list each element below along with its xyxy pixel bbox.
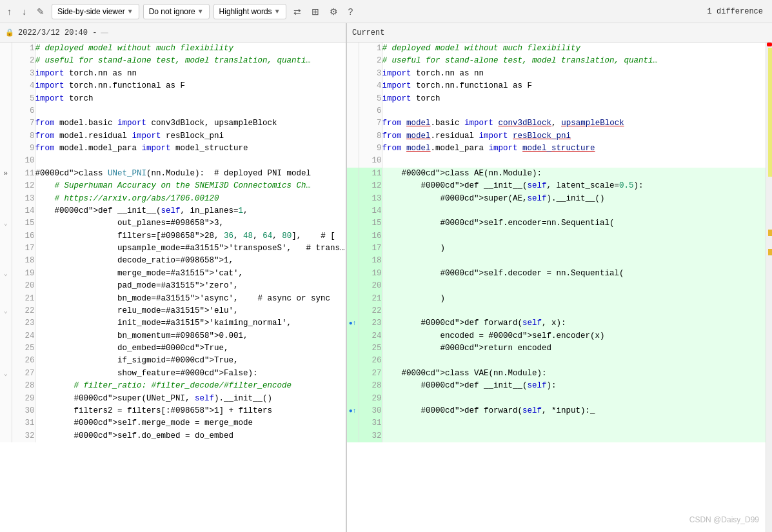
table-row: 13 # https://arxiv.org/abs/1706.00120 xyxy=(0,193,346,205)
table-row: 17 upsample_mode=#a31515">'transposeS', … xyxy=(0,242,346,255)
scrollbar-marker-2 xyxy=(768,249,772,255)
table-row: 15 #0000cd">self.encoder=nn.Sequential( xyxy=(347,217,766,230)
watermark: CSDN @Daisy_D99 xyxy=(689,515,759,524)
table-row: 1# deployed model without much flexibili… xyxy=(347,43,766,55)
line-gutter xyxy=(347,355,359,367)
line-gutter xyxy=(0,430,12,442)
line-gutter xyxy=(347,68,359,80)
line-gutter xyxy=(0,317,12,330)
nav-down-button[interactable]: ↓ xyxy=(19,5,30,18)
line-gutter xyxy=(347,130,359,143)
split-icon-button[interactable]: ⇄ xyxy=(290,5,304,18)
table-row: 5import torch xyxy=(0,93,346,105)
settings-icon-button[interactable]: ⚙ xyxy=(326,5,341,18)
line-code: #0000cd">self.do_embed = do_embed xyxy=(35,430,346,442)
line-gutter xyxy=(347,293,359,305)
right-code-scroll[interactable]: 1# deployed model without much flexibili… xyxy=(347,43,766,532)
line-gutter xyxy=(347,342,359,355)
table-row: 23 init_mode=#a31515">'kaiming_normal', xyxy=(0,317,346,330)
line-number: 1 xyxy=(359,43,382,55)
line-code: filters2 = filters[:#098658">1] + filter… xyxy=(35,405,346,417)
line-code: import torch.nn as nn xyxy=(35,68,346,80)
table-row: 13 #0000cd">super(AE,self).__init__() xyxy=(347,193,766,205)
line-gutter xyxy=(0,193,12,205)
line-gutter: ●↑ xyxy=(347,405,359,417)
scrollbar-red-marker xyxy=(767,43,772,46)
line-gutter xyxy=(0,417,12,429)
line-number: 12 xyxy=(359,180,382,192)
table-row: 7from model.basic import conv3dBlock, up… xyxy=(347,117,766,130)
line-number: 15 xyxy=(12,217,35,230)
table-row: ⌄15 out_planes=#098658">3, xyxy=(0,217,346,230)
line-number: 30 xyxy=(359,405,382,417)
table-row: 24 encoded = #0000cd">self.encoder(x) xyxy=(347,330,766,342)
line-gutter xyxy=(347,393,359,405)
line-code xyxy=(382,430,766,442)
right-scrollbar[interactable] xyxy=(766,43,772,532)
line-gutter xyxy=(0,117,12,130)
scrollbar-marker-1 xyxy=(768,230,772,236)
help-button[interactable]: ? xyxy=(345,5,357,18)
line-gutter xyxy=(347,155,359,167)
left-panel: 🔒 2022/3/12 20:40 - 1# deployed model wi… xyxy=(0,23,347,532)
line-number: 27 xyxy=(12,368,35,380)
table-row: 21 bn_mode=#a31515">'async', # async or … xyxy=(0,293,346,305)
line-code: # filter_ratio: #filter_decode/#filter_e… xyxy=(35,380,346,392)
right-header-label: Current xyxy=(352,28,384,37)
line-code: #0000cd">def forward(self, x): xyxy=(382,317,766,330)
line-code: ) xyxy=(382,242,766,255)
line-number: 24 xyxy=(359,330,382,342)
table-row: 8from model.residual import resBlock_pni xyxy=(0,130,346,143)
line-gutter xyxy=(347,117,359,130)
line-code: do_embed=#0000cd">True, xyxy=(35,342,346,355)
viewer-mode-button[interactable]: Side-by-side viewer ▼ xyxy=(52,4,139,19)
ignore-chevron-icon: ▼ xyxy=(197,8,204,15)
highlight-button[interactable]: Highlight words ▼ xyxy=(213,4,286,19)
line-number: 29 xyxy=(359,393,382,405)
line-number: 16 xyxy=(12,230,35,242)
scrollbar-yellow-region xyxy=(768,48,772,177)
right-content: 1# deployed model without much flexibili… xyxy=(347,43,772,532)
ignore-button[interactable]: Do not ignore ▼ xyxy=(143,4,210,19)
line-gutter xyxy=(347,205,359,217)
line-gutter xyxy=(0,355,12,367)
table-row: 8from model.residual import resBlock_pni xyxy=(347,130,766,143)
line-code: # https://arxiv.org/abs/1706.00120 xyxy=(35,193,346,205)
line-gutter: » xyxy=(0,168,12,180)
left-code-scroll[interactable]: 1# deployed model without much flexibili… xyxy=(0,43,346,532)
edit-button[interactable]: ✎ xyxy=(34,5,48,18)
line-code: # useful for stand-alone test, model tra… xyxy=(35,55,346,67)
line-number: 3 xyxy=(359,68,382,80)
line-code: #0000cd">def forward(self, *input):_ xyxy=(382,405,766,417)
line-number: 12 xyxy=(12,180,35,192)
line-code xyxy=(35,105,346,117)
table-row: 30 filters2 = filters[:#098658">1] + fil… xyxy=(0,405,346,417)
line-code: # deployed model without much flexibilit… xyxy=(382,43,766,55)
diff-container: 🔒 2022/3/12 20:40 - 1# deployed model wi… xyxy=(0,23,772,532)
columns-icon-button[interactable]: ⊞ xyxy=(308,5,322,18)
table-row: ●↑30 #0000cd">def forward(self, *input):… xyxy=(347,405,766,417)
line-gutter xyxy=(347,168,359,180)
line-code: from model.model_para import model_struc… xyxy=(35,143,346,155)
table-row: 26 if_sigmoid=#0000cd">True, xyxy=(0,355,346,367)
left-revision-label: 2022/3/12 20:40 - xyxy=(18,28,97,37)
table-row: 22 xyxy=(347,305,766,317)
nav-up-button[interactable]: ↑ xyxy=(4,5,15,18)
line-number: 7 xyxy=(12,117,35,130)
table-row: 6 xyxy=(347,105,766,117)
table-row: 12 # Superhuman Accuracy on the SNEMI3D … xyxy=(0,180,346,192)
line-number: 22 xyxy=(12,305,35,317)
toolbar: ↑ ↓ ✎ Side-by-side viewer ▼ Do not ignor… xyxy=(0,0,772,23)
line-gutter xyxy=(347,255,359,267)
table-row: 10 xyxy=(347,155,766,167)
line-gutter xyxy=(0,393,12,405)
line-code xyxy=(382,355,766,367)
line-code: import torch.nn.functional as F xyxy=(382,80,766,92)
line-code: #0000cd">class UNet_PNI(nn.Module): # de… xyxy=(35,168,346,180)
revision-tag xyxy=(101,32,108,34)
line-gutter xyxy=(347,80,359,92)
table-row: 27 #0000cd">class VAE(nn.Module): xyxy=(347,368,766,380)
line-code: decode_ratio=#098658">1, xyxy=(35,255,346,267)
line-code: ) xyxy=(382,293,766,305)
line-number: 13 xyxy=(12,193,35,205)
